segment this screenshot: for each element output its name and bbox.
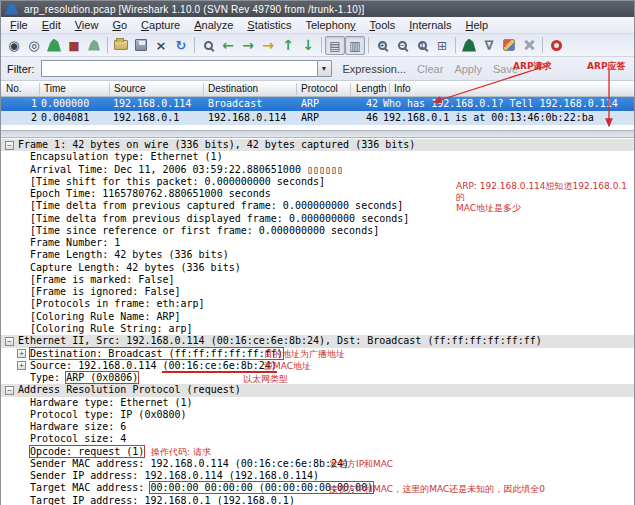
go-back-icon[interactable] [218,36,238,55]
collapse-icon[interactable]: − [5,141,14,150]
pane-splitter[interactable] [1,130,634,138]
open-file-icon[interactable] [111,36,131,55]
col-length[interactable]: Length [356,83,387,94]
zoom-in-icon[interactable]: + [372,36,392,55]
menu-analyze[interactable]: Analyze [187,18,240,32]
go-top-icon[interactable] [278,36,298,55]
detail-line[interactable]: Encapsulation type: Ethernet (1) [1,151,634,163]
help-glyph [551,40,562,51]
list-interfaces-icon[interactable] [4,36,24,55]
close-file-icon[interactable] [151,36,171,55]
menu-view[interactable]: View [68,18,106,32]
detail-line[interactable]: −Address Resolution Protocol (request) [1,384,634,396]
autoscroll-toggle-icon[interactable] [345,36,365,55]
go-bottom-icon[interactable] [298,36,318,55]
col-info[interactable]: Info [394,83,411,94]
collapse-icon[interactable]: − [5,337,14,346]
go-forward-icon[interactable] [238,36,258,55]
text-segment: Sender IP address: 192.168.0.114 (192.16… [30,470,319,481]
detail-line[interactable]: Arrival Time: Dec 11, 2006 03:59:22.8806… [1,164,634,176]
detail-line[interactable]: [Coloring Rule Name: ARP] [1,311,634,323]
list-interfaces-glyph [8,36,19,54]
expand-icon[interactable]: + [17,349,26,358]
collapse-icon[interactable]: − [5,386,14,395]
preferences-icon[interactable] [519,36,539,55]
menu-help[interactable]: Help [458,18,495,32]
menu-capture[interactable]: Capture [134,18,187,32]
col-source[interactable]: Source [114,83,146,94]
coloring-rules-icon[interactable] [499,36,519,55]
detail-line[interactable]: Hardware type: Ethernet (1) [1,397,634,409]
detail-text: Sender MAC address: 192.168.0.114 (00:16… [30,458,349,470]
col-time[interactable]: Time [44,83,66,94]
detail-line[interactable]: Target IP address: 192.168.0.1 (192.168.… [1,495,634,505]
text-segment: [Time shift for this packet: 0.000000000… [30,176,325,187]
detail-line[interactable]: +Destination: Broadcast (ff:ff:ff:ff:ff:… [1,348,634,360]
save-file-glyph [135,39,147,51]
detail-line[interactable]: Frame Number: 1 [1,237,634,249]
clear-button[interactable]: Clear [417,63,443,75]
filter-dropdown-icon[interactable]: ▼ [317,60,332,77]
stop-capture-icon[interactable] [64,36,84,55]
menu-statistics[interactable]: Statistics [240,18,298,32]
expand-icon[interactable]: + [17,361,26,370]
toolbar-separator [107,37,108,53]
capture-options-icon[interactable] [24,36,44,55]
detail-line[interactable]: Capture Length: 42 bytes (336 bits) [1,262,634,274]
detail-line[interactable]: Epoch Time: 1165780762.880651000 seconds [1,188,634,200]
zoom-100-icon[interactable]: 1 [412,36,432,55]
reload-icon[interactable] [171,36,191,55]
detail-line[interactable]: Hardware size: 6 [1,421,634,433]
expression-button[interactable]: Expression... [343,63,407,75]
menu-internals[interactable]: Internals [402,18,458,32]
colorize-toggle-icon[interactable] [325,36,345,55]
go-packet-icon[interactable] [258,36,278,55]
detail-line[interactable]: [Time delta from previous displayed fram… [1,213,634,225]
restart-capture-icon[interactable] [84,36,104,55]
detail-line[interactable]: [Frame is marked: False] [1,274,634,286]
menu-telephony[interactable]: Telephony [298,18,362,32]
highlighted-segment: Opcode: request (1) [30,446,144,457]
start-capture-icon[interactable] [44,36,64,55]
help-icon[interactable] [546,36,566,55]
resize-columns-icon[interactable] [432,36,452,55]
detail-line[interactable]: −Frame 1: 42 bytes on wire (336 bits), 4… [1,139,634,151]
zoom-out-icon[interactable]: − [392,36,412,55]
display-filter-icon[interactable] [479,36,499,55]
packet-row-1[interactable]: 10.000000192.168.0.114BroadcastARP42Who … [1,97,634,111]
detail-text: Destination: Broadcast (ff:ff:ff:ff:ff:f… [30,348,283,360]
detail-line[interactable]: [Time since reference or first frame: 0.… [1,225,634,237]
packet-list-header[interactable]: No. Time Source Destination Protocol Len… [1,81,634,97]
detail-line[interactable]: Target MAC address: 00:00:00_00:00:00 (0… [1,482,634,494]
find-packet-icon[interactable] [198,36,218,55]
col-protocol[interactable]: Protocol [301,83,338,94]
detail-line[interactable]: [Protocols in frame: eth:arp] [1,298,634,310]
apply-button[interactable]: Apply [454,63,482,75]
detail-line[interactable]: Type: ARP (0x0806)以太网类型 [1,372,634,384]
detail-line[interactable]: Protocol size: 4 [1,433,634,445]
detail-line[interactable]: [Coloring Rule String: arp] [1,323,634,335]
detail-line[interactable]: +Source: 192.168.0.114 (00:16:ce:6e:8b:2… [1,360,634,372]
detail-line[interactable]: [Time shift for this packet: 0.000000000… [1,176,634,188]
detail-line[interactable]: [Time delta from previous captured frame… [1,200,634,212]
detail-line[interactable]: [Frame is ignored: False] [1,286,634,298]
detail-line[interactable]: Protocol type: IP (0x0800) [1,409,634,421]
detail-line[interactable]: Sender IP address: 192.168.0.114 (192.16… [1,470,634,482]
find-packet-glyph [204,41,213,50]
filter-input[interactable] [41,60,317,77]
detail-line[interactable]: Sender MAC address: 192.168.0.114 (00:16… [1,458,634,470]
menu-file[interactable]: File [3,18,35,32]
detail-line[interactable]: −Ethernet II, Src: 192.168.0.114 (00:16:… [1,335,634,347]
menu-tools[interactable]: Tools [363,18,403,32]
menu-edit[interactable]: Edit [35,18,68,32]
packet-row-2[interactable]: 20.004081192.168.0.1192.168.0.114ARP4619… [1,111,634,125]
filter-label: Filter: [7,63,35,75]
detail-line[interactable]: Frame Length: 42 bytes (336 bits) [1,249,634,261]
capture-filter-icon[interactable] [459,36,479,55]
menu-go[interactable]: Go [105,18,134,32]
detail-line[interactable]: Opcode: request (1)操作代码: 请求 [1,446,634,458]
save-file-icon[interactable] [131,36,151,55]
col-no[interactable]: No. [6,83,22,94]
col-destination[interactable]: Destination [208,83,258,94]
window-title: arp_resolution.pcap [Wireshark 1.10.0 (S… [24,4,364,15]
